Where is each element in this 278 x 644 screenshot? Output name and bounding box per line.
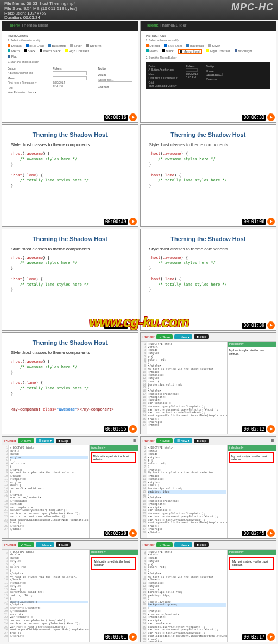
timestamp: 00:00:16 [104,115,128,121]
thumbnail-5[interactable]: Theming the Shadow Host Style :host clas… [2,229,138,331]
plunker-toolbar: Plunker ✓ Save ☰ New ▾ ■ Stop ☰ [141,437,276,445]
play-icon[interactable] [129,218,137,225]
telerik-brand: Telerik ThemeBuilder [141,21,276,31]
slide-subtitle: Style :host classes to theme components [149,247,268,251]
timestamp: 00:01:22 [104,323,128,329]
slide-subtitle: Style :host classes to theme components [11,350,129,355]
player-header: File Name: 06 03 -host Theming.mp4 File … [0,0,278,20]
preview-pane: index.html ▾ My host is styled via the :… [227,445,276,538]
stop-button[interactable]: ■ Stop [194,334,209,339]
timestamp: 00:01:55 [104,426,128,432]
plunker-toolbar: Plunker ✓ Save ☰ New ▾ ■ Stop ☰ [141,541,276,550]
code-example: :host(.awesome) { /* awesome styles here… [149,151,268,189]
code-example: :host(.awesome) { /* awesome styles here… [11,151,129,189]
play-icon[interactable] [267,529,275,537]
telerik-brand: Telerik ThemeBuilder [2,21,138,31]
plunker-toolbar: Plunker ✓ Save ☰ New ▾ ■ Stop ☰ [2,437,138,445]
stop-button[interactable]: ■ Stop [56,439,71,443]
code-example: :host(.awesome) { /* awesome styles here… [11,359,129,413]
slide-subtitle: Style :host classes to theme components [11,142,129,147]
slide-title: Theming the Shadow Host [11,236,129,242]
new-button[interactable]: ☰ New ▾ [174,542,192,547]
preview-pane: index.html ▾ My host is styled via the :… [89,445,138,538]
timestamp: 00:02:12 [242,426,266,432]
play-icon[interactable] [129,425,137,433]
play-icon[interactable] [129,321,137,329]
timestamp: 00:01:06 [242,219,266,225]
preview-pane: index.html ▾ My host is styled via the :… [227,550,276,642]
thumbnail-grid: Telerik ThemeBuilder INSTRUCTIONS 1. Sel… [2,21,276,642]
timestamp: 00:03:01 [104,634,128,640]
new-button[interactable]: ☰ New ▾ [36,542,54,547]
stop-button[interactable]: ■ Stop [194,542,209,547]
timestamp: 00:03:17 [242,634,266,640]
new-button[interactable]: ☰ New ▾ [174,438,192,443]
play-icon[interactable] [267,321,275,329]
thumbnail-1[interactable]: Telerik ThemeBuilder INSTRUCTIONS 1. Sel… [2,21,138,123]
timestamp: 00:02:28 [104,531,128,536]
save-button[interactable]: ✓ Save [156,334,173,339]
slide-subtitle: Style :host classes to theme components [11,247,129,251]
thumbnail-10[interactable]: Plunker ✓ Save ☰ New ▾ ■ Stop ☰ 12345678… [140,436,277,538]
thumbnail-7[interactable]: Theming the Shadow Host Style :host clas… [2,332,138,434]
save-button[interactable]: ✓ Save [156,438,173,443]
timestamp: 00:01:39 [242,323,266,329]
play-icon[interactable] [129,529,137,537]
line-numbers: 1234567891011121314151617181920212223242… [2,445,9,538]
plunker-logo: Plunker [143,543,155,546]
file-name: 06 03 -host Theming.mp4 [27,1,76,6]
thumbnail-8[interactable]: Plunker ✓ Save ☰ New ▾ ■ Stop ☰ 12345678… [140,332,277,434]
slide-title: Theming the Shadow Host [149,236,268,242]
preview-pane: index.html ▾ My host is styled via the :… [89,550,138,642]
timestamp: 00:00:33 [242,115,266,121]
play-icon[interactable] [267,633,275,641]
preview-pane: index.html ▾ My host is styled via the :… [227,342,276,434]
resolution: 1024x768 [27,11,46,16]
thumbnail-3[interactable]: Theming the Shadow Host Style :host clas… [2,124,138,226]
slide-title: Theming the Shadow Host [149,131,268,138]
code-example: :host(.awesome) { /* awesome styles here… [11,256,129,293]
file-metadata: File Name: 06 03 -host Theming.mp4 File … [4,2,77,18]
plunker-logo: Plunker [143,439,155,443]
duration: 00:03:34 [23,15,40,20]
telerik-content: INSTRUCTIONS 1. Select a theme to modify… [2,31,138,97]
code-editor[interactable]: <!DOCTYPE html><html> <head> <style> p {… [147,445,228,538]
telerik-content: INSTRUCTIONS 1. Select a theme to modify… [141,31,276,92]
app-title: MPC-HC [231,2,274,18]
code-editor[interactable]: <!DOCTYPE html><html> <head> <style> p {… [147,342,228,434]
timestamp: 00:02:45 [242,531,266,536]
new-button[interactable]: ☰ New ▾ [174,334,192,339]
line-numbers: 1234567891011121314151617181920212223242… [2,550,9,642]
line-numbers: 1234567891011121314151617181920212223242… [141,342,147,434]
thumbnail-4[interactable]: Theming the Shadow Host Style :host clas… [140,124,277,226]
timestamp: 00:00:49 [104,219,128,225]
thumbnail-12[interactable]: Plunker ✓ Save ☰ New ▾ ■ Stop ☰ 12345678… [140,540,277,642]
code-editor[interactable]: <!DOCTYPE html><html> <head> <style> p {… [9,550,89,642]
slide-title: Theming the Shadow Host [11,131,129,138]
play-icon[interactable] [267,218,275,225]
slide-subtitle: Style :host classes to theme components [149,142,268,147]
file-size: 9,54 MB (10 011 518 bytes) [23,6,77,11]
stop-button[interactable]: ■ Stop [194,439,209,443]
plunker-logo: Plunker [143,335,155,338]
save-button[interactable]: ✓ Save [18,542,34,547]
plunker-logo: Plunker [4,439,16,443]
code-example: :host(.awesome) { /* awesome styles here… [149,256,268,293]
save-button[interactable]: ✓ Save [18,438,34,443]
play-icon[interactable] [129,113,137,121]
thumbnail-2[interactable]: Telerik ThemeBuilder INSTRUCTIONS 1. Sel… [140,21,277,123]
slide-title: Theming the Shadow Host [11,339,129,346]
new-button[interactable]: ☰ New ▾ [36,438,54,443]
code-editor[interactable]: <!DOCTYPE html><html> <head> <style> p {… [9,445,89,538]
save-button[interactable]: ✓ Save [156,542,173,547]
thumbnail-9[interactable]: Plunker ✓ Save ☰ New ▾ ■ Stop ☰ 12345678… [2,436,138,538]
plunker-logo: Plunker [4,543,16,546]
code-editor[interactable]: <!DOCTYPE html><html> <head> <style> p {… [147,550,228,642]
line-numbers: 1234567891011121314151617181920212223242… [141,550,147,642]
play-icon[interactable] [129,633,137,641]
play-icon[interactable] [267,113,275,121]
thumbnail-6[interactable]: Theming the Shadow Host Style :host clas… [140,229,277,331]
stop-button[interactable]: ■ Stop [56,542,71,547]
thumbnail-11[interactable]: Plunker ✓ Save ☰ New ▾ ■ Stop ☰ 12345678… [2,540,138,642]
line-numbers: 1234567891011121314151617181920212223242… [141,445,147,538]
